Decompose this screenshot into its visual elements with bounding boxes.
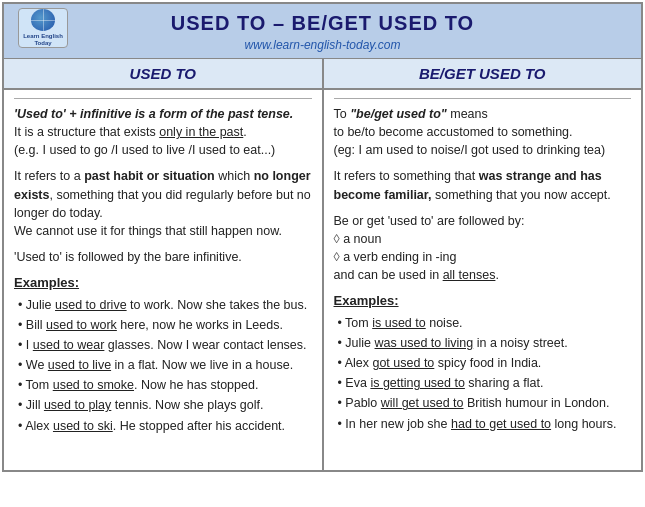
column-headers: USED TO BE/GET USED TO [4,59,641,90]
right-section3: Be or get 'used to' are followed by: ◊ a… [334,212,632,285]
diamond-icon-2: ◊ [334,250,340,264]
list-item: • Tom used to smoke. Now he has stopped. [14,376,312,394]
list-item: • Tom is used to noise. [334,314,632,332]
left-text-3: 'Used to' is followed by the bare infini… [14,248,312,266]
left-text-1a: 'Used to' + infinitive is a form of the … [14,107,293,121]
right-examples-header: Examples: [334,292,632,311]
header: Learn English Today USED TO – BE/GET USE… [4,4,641,59]
right-text-2: It refers to something that was strange … [334,167,632,203]
list-item: • Bill used to work here, now he works i… [14,316,312,334]
list-item: • Eva is getting used to sharing a flat. [334,374,632,392]
left-examples-header: Examples: [14,274,312,293]
right-text-1: To "be/get used to" means to be/to becom… [334,105,632,159]
website-url: www.learn-english-today.com [8,35,637,54]
right-section2: It refers to something that was strange … [334,167,632,203]
left-section3: 'Used to' is followed by the bare infini… [14,248,312,266]
main-container: Learn English Today USED TO – BE/GET USE… [2,2,643,472]
left-column: 'Used to' + infinitive is a form of the … [4,90,324,470]
right-column-header: BE/GET USED TO [324,59,642,88]
list-item: • Julie was used to living in a noisy st… [334,334,632,352]
right-text-1a: "be/get used to" [350,107,447,121]
diamond-icon-1: ◊ [334,232,340,246]
list-item: • Pablo will get used to British humour … [334,394,632,412]
left-column-header: USED TO [4,59,324,88]
content-row: 'Used to' + infinitive is a form of the … [4,90,641,470]
logo-text: Learn English Today [19,33,67,47]
left-text-1: 'Used to' + infinitive is a form of the … [14,105,312,159]
right-underline-3: all tenses [443,268,496,282]
globe-icon [31,9,55,31]
right-bold-2: was strange and has become familiar, [334,169,602,201]
logo: Learn English Today [18,8,68,48]
right-section1: To "be/get used to" means to be/to becom… [334,98,632,159]
list-item: • We used to live in a flat. Now we live… [14,356,312,374]
list-item: • Alex used to ski. He stopped after his… [14,417,312,435]
left-section1: 'Used to' + infinitive is a form of the … [14,98,312,159]
right-column: To "be/get used to" means to be/to becom… [324,90,642,470]
list-item: • I used to wear glasses. Now I wear con… [14,336,312,354]
page-title: USED TO – BE/GET USED TO [8,12,637,35]
left-section2: It refers to a past habit or situation w… [14,167,312,240]
left-bold-2: past habit or situation [84,169,215,183]
logo-row: Learn English Today USED TO – BE/GET USE… [8,12,637,35]
list-item: • Alex got used to spicy food in India. [334,354,632,372]
right-examples: Examples: • Tom is used to noise. • Juli… [334,292,632,433]
list-item: • In her new job she had to get used to … [334,415,632,433]
list-item: • Jill used to play tennis. Now she play… [14,396,312,414]
left-underline-1: only in the past [159,125,243,139]
list-item: • Julie used to drive to work. Now she t… [14,296,312,314]
right-text-3: Be or get 'used to' are followed by: ◊ a… [334,212,632,285]
left-text-2: It refers to a past habit or situation w… [14,167,312,240]
left-examples: Examples: • Julie used to drive to work.… [14,274,312,435]
